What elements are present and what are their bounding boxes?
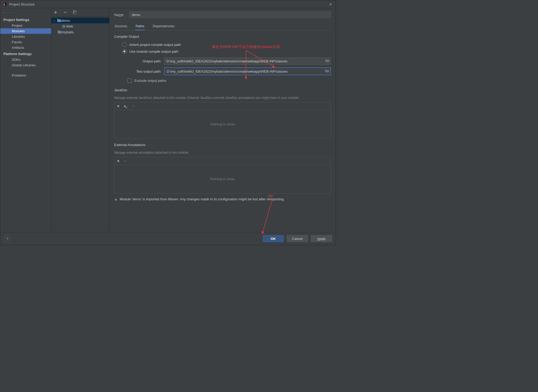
test-output-path-value: D:\my_soft\IntelliJ_IDEA2022\mybatis\dem… <box>165 69 324 73</box>
sidebar-item-facets[interactable]: Facets <box>0 39 51 45</box>
platform-settings-header: Platform Settings <box>0 50 51 57</box>
external-annotations-desc: Manage external annotations attached to … <box>114 151 331 155</box>
checkbox-icon <box>127 78 132 83</box>
ext-anno-empty-text: Nothing to show <box>210 177 235 181</box>
output-path-field[interactable]: D:\my_soft\IntelliJ_IDEA2022\mybatis\dem… <box>164 57 331 65</box>
external-annotations-header: External Annotations <box>114 143 331 147</box>
svg-rect-6 <box>57 19 59 20</box>
javadoc-header: JavaDoc <box>114 88 331 92</box>
module-folder-icon <box>57 19 61 22</box>
remove-module-icon[interactable]: − <box>63 10 67 15</box>
name-label: Name: <box>114 13 129 17</box>
remove-icon[interactable]: − <box>132 104 135 109</box>
app-icon <box>2 2 7 7</box>
radio-inherit[interactable]: Inherit project compile output path <box>114 41 331 48</box>
javadoc-desc: Manage external JavaDocs attached to thi… <box>114 96 331 100</box>
settings-sidebar: ← → Project Settings Project Modules Lib… <box>0 8 51 232</box>
radio-module-label: Use module compile output path <box>129 50 178 53</box>
output-path-value: D:\my_soft\IntelliJ_IDEA2022\mybatis\dem… <box>164 59 324 63</box>
svg-rect-15 <box>325 69 327 71</box>
sidebar-item-sdks[interactable]: SDKs <box>0 57 51 62</box>
svg-rect-11 <box>58 30 59 31</box>
sidebar-item-libraries[interactable]: Libraries <box>0 34 51 39</box>
radio-inherit-label: Inherit project compile output path <box>129 43 181 47</box>
browse-icon[interactable] <box>324 59 331 63</box>
copy-module-icon[interactable] <box>72 10 77 14</box>
add-icon[interactable]: + <box>117 159 119 163</box>
add-url-icon[interactable]: +⊕ <box>124 104 128 108</box>
add-module-icon[interactable]: + <box>54 10 58 15</box>
tab-paths[interactable]: Paths <box>135 23 145 30</box>
radio-icon <box>122 42 127 47</box>
radio-module[interactable]: Use module compile output path <box>114 48 331 55</box>
tree-label-demo: demo <box>61 19 70 23</box>
web-facet-icon <box>61 25 66 28</box>
titlebar: Project Structure ✕ <box>0 0 336 8</box>
dialog-footer: ? OK Cancel Apply <box>0 232 336 245</box>
module-folder-icon <box>57 30 62 34</box>
tree-label-mybatis: mybatis <box>62 30 74 34</box>
add-icon[interactable]: + <box>117 104 119 109</box>
warning-icon: ▲ <box>114 197 118 201</box>
sidebar-item-modules[interactable]: Modules <box>0 28 51 34</box>
sidebar-item-global-libraries[interactable]: Global Libraries <box>0 62 51 68</box>
test-output-path-field[interactable]: D:\my_soft\IntelliJ_IDEA2022\mybatis\dem… <box>164 67 331 75</box>
module-name-input[interactable] <box>129 12 331 18</box>
window-title: Project Structure <box>9 2 325 6</box>
nav-forward-icon[interactable]: → <box>11 10 15 14</box>
external-annotations-list: Nothing to show <box>114 165 331 194</box>
ok-button[interactable]: OK <box>263 235 284 242</box>
tab-dependencies[interactable]: Dependencies <box>152 23 175 30</box>
sidebar-item-artifacts[interactable]: Artifacts <box>0 45 51 50</box>
nav-back-icon[interactable]: ← <box>3 10 7 14</box>
javadoc-list: Nothing to show <box>114 110 331 139</box>
exclude-output-checkbox[interactable]: Exclude output paths <box>114 75 331 84</box>
tab-sources[interactable]: Sources <box>114 23 128 30</box>
test-output-path-label: Test output path: <box>114 69 164 73</box>
tree-label-web: Web <box>66 24 73 28</box>
help-button[interactable]: ? <box>4 235 11 242</box>
apply-button[interactable]: Apply <box>311 235 332 242</box>
svg-rect-13 <box>325 59 327 60</box>
svg-rect-4 <box>74 11 76 14</box>
module-content: Name: Sources Paths Dependencies Compile… <box>109 8 336 232</box>
browse-icon[interactable] <box>324 69 330 73</box>
tree-node-demo[interactable]: ⌄ demo <box>51 18 109 23</box>
remove-icon[interactable]: − <box>124 159 126 163</box>
sidebar-item-project[interactable]: Project <box>0 23 51 28</box>
close-icon[interactable]: ✕ <box>325 0 336 8</box>
module-tree-panel: + − ⌄ demo Web <box>51 8 109 232</box>
tree-node-mybatis[interactable]: mybatis <box>51 29 109 35</box>
tree-node-web[interactable]: Web <box>51 23 109 29</box>
svg-rect-1 <box>3 3 5 4</box>
exclude-output-label: Exclude output paths <box>134 79 166 83</box>
compiler-output-header: Compiler Output <box>114 35 331 39</box>
radio-checked-icon <box>122 49 127 54</box>
output-path-label: Output path: <box>114 59 164 63</box>
cancel-button[interactable]: Cancel <box>287 235 308 242</box>
chevron-down-icon[interactable]: ⌄ <box>53 19 57 22</box>
svg-line-18 <box>262 200 272 234</box>
sidebar-item-problems[interactable]: Problems <box>0 73 51 78</box>
javadoc-empty-text: Nothing to show <box>210 122 235 126</box>
svg-rect-2 <box>3 5 5 5</box>
warning-text: Module 'demo' is imported from Maven. An… <box>120 197 285 201</box>
project-settings-header: Project Settings <box>0 16 51 23</box>
